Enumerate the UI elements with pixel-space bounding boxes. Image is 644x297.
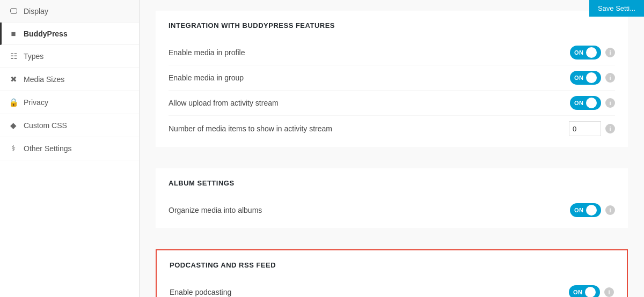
- section-integration-title: INTEGRATION WITH BUDDYPRESS FEATURES: [169, 21, 615, 29]
- sections-wrap: INTEGRATION WITH BUDDYPRESS FEATURES Ena…: [156, 0, 628, 297]
- sidebar-item-types[interactable]: ☷ Types: [0, 45, 139, 68]
- divider-2: [156, 239, 628, 249]
- section-podcasting: PODCASTING AND RSS FEED Enable podcastin…: [156, 249, 628, 297]
- setting-row-enable-podcasting: Enable podcasting ON i: [170, 280, 614, 297]
- sidebar-item-label: Custom CSS: [24, 121, 67, 130]
- sidebar-item-buddypress[interactable]: ■ BuddyPress: [0, 23, 139, 45]
- setting-control-enable-profile: ON i: [570, 46, 615, 60]
- setting-row-enable-group: Enable media in group ON i: [169, 65, 615, 91]
- toggle-enable-group[interactable]: ON: [570, 71, 601, 85]
- toggle-knob: [586, 98, 597, 108]
- info-icon-enable-podcasting[interactable]: i: [604, 287, 614, 297]
- sidebar-item-custom-css[interactable]: ◆ Custom CSS: [0, 114, 139, 137]
- sidebar-item-label: Other Settings: [24, 144, 72, 153]
- setting-control-allow-upload: ON i: [570, 96, 615, 110]
- app-layout: 🖵 Display ■ BuddyPress ☷ Types ✖ Media S…: [0, 0, 644, 297]
- setting-label-enable-group: Enable media in group: [169, 73, 570, 82]
- setting-control-enable-podcasting: ON i: [569, 285, 614, 297]
- custom-css-icon: ◆: [9, 121, 18, 130]
- setting-row-allow-upload: Allow upload from activity stream ON i: [169, 91, 615, 116]
- toggle-allow-upload[interactable]: ON: [570, 96, 601, 110]
- sidebar-item-label: Media Sizes: [24, 75, 64, 84]
- toggle-knob: [585, 287, 596, 297]
- info-icon-organize-albums[interactable]: i: [605, 205, 615, 215]
- media-sizes-icon: ✖: [9, 75, 18, 84]
- info-icon-enable-profile[interactable]: i: [605, 48, 615, 57]
- toggle-knob: [586, 72, 597, 83]
- info-icon-enable-group[interactable]: i: [605, 73, 615, 83]
- save-button[interactable]: Save Setti...: [589, 0, 644, 17]
- setting-row-enable-profile: Enable media in profile ON i: [169, 40, 615, 65]
- toggle-label: ON: [574, 49, 584, 56]
- section-album-title: ALBUM SETTINGS: [169, 179, 615, 187]
- sidebar-item-label: Display: [24, 7, 48, 16]
- sidebar-item-other-settings[interactable]: ⚕ Other Settings: [0, 137, 139, 160]
- toggle-label: ON: [574, 207, 584, 213]
- sidebar-item-label: Types: [24, 52, 43, 61]
- section-integration: INTEGRATION WITH BUDDYPRESS FEATURES Ena…: [156, 11, 628, 147]
- setting-control-organize-albums: ON i: [570, 203, 615, 217]
- sidebar-item-label: Privacy: [24, 98, 48, 107]
- toggle-label: ON: [573, 289, 583, 295]
- setting-label-organize-albums: Organize media into albums: [169, 206, 570, 214]
- setting-control-enable-group: ON i: [570, 71, 615, 85]
- info-icon-allow-upload[interactable]: i: [605, 98, 615, 108]
- toggle-enable-podcasting[interactable]: ON: [569, 285, 600, 297]
- toggle-knob: [586, 205, 597, 216]
- section-album: ALBUM SETTINGS Organize media into album…: [156, 168, 628, 228]
- setting-label-enable-profile: Enable media in profile: [169, 48, 570, 57]
- divider-1: [156, 158, 628, 168]
- info-icon-number-items[interactable]: i: [605, 124, 615, 133]
- sidebar-item-label: BuddyPress: [24, 29, 68, 38]
- setting-label-enable-podcasting: Enable podcasting: [170, 288, 569, 296]
- privacy-icon: 🔒: [9, 98, 18, 107]
- setting-label-number-items: Number of media items to show in activit…: [169, 124, 569, 133]
- setting-control-number-items: i: [569, 121, 615, 136]
- display-icon: 🖵: [9, 6, 18, 16]
- setting-label-allow-upload: Allow upload from activity stream: [169, 99, 570, 107]
- toggle-enable-profile[interactable]: ON: [570, 46, 601, 60]
- setting-row-organize-albums: Organize media into albums ON i: [169, 198, 615, 222]
- sidebar: 🖵 Display ■ BuddyPress ☷ Types ✖ Media S…: [0, 0, 140, 297]
- sidebar-item-media-sizes[interactable]: ✖ Media Sizes: [0, 68, 139, 91]
- types-icon: ☷: [9, 51, 18, 61]
- number-input-activity-stream[interactable]: [569, 121, 601, 136]
- toggle-label: ON: [574, 100, 584, 106]
- toggle-label: ON: [574, 75, 584, 81]
- setting-row-number-items: Number of media items to show in activit…: [169, 116, 615, 142]
- sidebar-item-privacy[interactable]: 🔒 Privacy: [0, 91, 139, 114]
- toggle-organize-albums[interactable]: ON: [570, 203, 601, 217]
- buddypress-icon: ■: [9, 29, 18, 38]
- other-settings-icon: ⚕: [9, 144, 18, 153]
- sidebar-item-display[interactable]: 🖵 Display: [0, 0, 139, 23]
- main-content: Save Setti... INTEGRATION WITH BUDDYPRES…: [140, 0, 644, 297]
- toggle-knob: [586, 47, 597, 58]
- section-podcasting-title: PODCASTING AND RSS FEED: [170, 261, 614, 269]
